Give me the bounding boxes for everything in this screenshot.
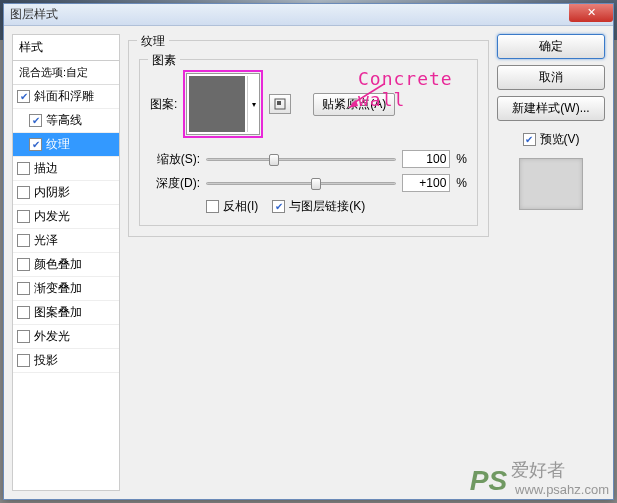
- checkbox-icon: ✔: [29, 138, 42, 151]
- style-item-8[interactable]: 渐变叠加: [13, 277, 119, 301]
- checkbox-icon: [17, 282, 30, 295]
- new-preset-button[interactable]: [269, 94, 291, 114]
- scale-unit: %: [456, 152, 467, 166]
- pattern-picker[interactable]: ▾: [186, 73, 260, 135]
- checkbox-icon: [17, 330, 30, 343]
- style-item-1[interactable]: ✔等高线: [13, 109, 119, 133]
- style-item-label: 光泽: [34, 232, 58, 249]
- style-item-label: 投影: [34, 352, 58, 369]
- preview-label: 预览(V): [540, 131, 580, 148]
- scale-slider[interactable]: [206, 150, 396, 168]
- scale-label: 缩放(S):: [150, 151, 200, 168]
- styles-header[interactable]: 样式: [13, 35, 119, 61]
- style-item-label: 内阴影: [34, 184, 70, 201]
- checkbox-icon: [17, 354, 30, 367]
- style-item-10[interactable]: 外发光: [13, 325, 119, 349]
- pattern-label: 图案:: [150, 96, 177, 113]
- depth-unit: %: [456, 176, 467, 190]
- style-item-label: 渐变叠加: [34, 280, 82, 297]
- close-button[interactable]: ✕: [569, 4, 613, 22]
- link-label: 与图层链接(K): [289, 198, 365, 215]
- cancel-button[interactable]: 取消: [497, 65, 605, 90]
- invert-label: 反相(I): [223, 198, 258, 215]
- new-style-button[interactable]: 新建样式(W)...: [497, 96, 605, 121]
- preview-thumbnail: [519, 158, 583, 210]
- svg-rect-3: [277, 101, 281, 105]
- style-item-6[interactable]: 光泽: [13, 229, 119, 253]
- group-title-elements: 图素: [148, 52, 180, 69]
- style-item-4[interactable]: 内阴影: [13, 181, 119, 205]
- blending-options[interactable]: 混合选项:自定: [13, 61, 119, 85]
- group-title-texture: 纹理: [137, 33, 169, 50]
- style-item-label: 描边: [34, 160, 58, 177]
- dialog-title: 图层样式: [10, 6, 58, 23]
- checkbox-icon: [17, 186, 30, 199]
- preset-icon: [274, 98, 286, 110]
- style-item-label: 图案叠加: [34, 304, 82, 321]
- ok-button[interactable]: 确定: [497, 34, 605, 59]
- style-item-2[interactable]: ✔纹理: [13, 133, 119, 157]
- style-item-7[interactable]: 颜色叠加: [13, 253, 119, 277]
- style-item-label: 内发光: [34, 208, 70, 225]
- checkbox-icon: [17, 234, 30, 247]
- depth-label: 深度(D):: [150, 175, 200, 192]
- style-item-3[interactable]: 描边: [13, 157, 119, 181]
- preview-checkbox[interactable]: ✔ 预览(V): [497, 131, 605, 148]
- checkbox-icon: [17, 258, 30, 271]
- link-with-layer-checkbox[interactable]: ✔ 与图层链接(K): [272, 198, 365, 215]
- checkbox-icon: [17, 162, 30, 175]
- checkbox-icon: [17, 210, 30, 223]
- titlebar[interactable]: 图层样式 ✕: [4, 4, 613, 26]
- depth-slider[interactable]: [206, 174, 396, 192]
- checkbox-icon: ✔: [17, 90, 30, 103]
- style-item-label: 等高线: [46, 112, 82, 129]
- texture-panel: Concrete wall 纹理 图素 图案: ▾: [128, 34, 489, 491]
- styles-panel: 样式 混合选项:自定 ✔斜面和浮雕✔等高线✔纹理描边内阴影内发光光泽颜色叠加渐变…: [12, 34, 120, 491]
- pattern-swatch: [189, 76, 245, 132]
- checkbox-icon: [206, 200, 219, 213]
- checkbox-icon: ✔: [523, 133, 536, 146]
- style-item-0[interactable]: ✔斜面和浮雕: [13, 85, 119, 109]
- button-column: 确定 取消 新建样式(W)... ✔ 预览(V): [497, 34, 605, 491]
- checkbox-icon: ✔: [29, 114, 42, 127]
- layer-style-dialog: 图层样式 ✕ 样式 混合选项:自定 ✔斜面和浮雕✔等高线✔纹理描边内阴影内发光光…: [3, 3, 614, 500]
- style-item-label: 外发光: [34, 328, 70, 345]
- chevron-down-icon[interactable]: ▾: [247, 76, 259, 132]
- checkbox-icon: [17, 306, 30, 319]
- style-item-9[interactable]: 图案叠加: [13, 301, 119, 325]
- style-item-5[interactable]: 内发光: [13, 205, 119, 229]
- depth-input[interactable]: [402, 174, 450, 192]
- scale-input[interactable]: [402, 150, 450, 168]
- style-item-label: 斜面和浮雕: [34, 88, 94, 105]
- checkbox-icon: ✔: [272, 200, 285, 213]
- style-item-label: 颜色叠加: [34, 256, 82, 273]
- snap-origin-button[interactable]: 贴紧原点(A): [313, 93, 395, 116]
- style-item-11[interactable]: 投影: [13, 349, 119, 373]
- pattern-highlight: ▾: [183, 70, 263, 138]
- invert-checkbox[interactable]: 反相(I): [206, 198, 258, 215]
- style-item-label: 纹理: [46, 136, 70, 153]
